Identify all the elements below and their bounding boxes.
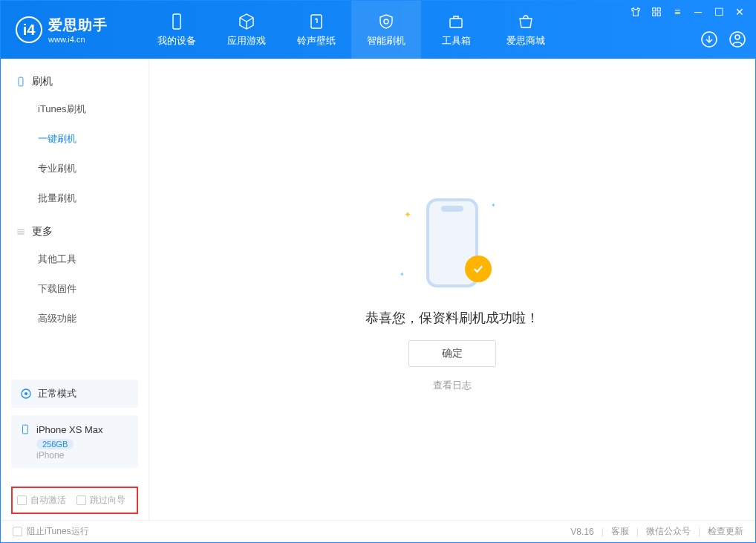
- svg-point-15: [25, 392, 27, 395]
- phone-icon: [16, 77, 26, 87]
- highlighted-options-box: 自动激活 跳过向导: [11, 487, 138, 514]
- refresh-shield-icon: [377, 12, 395, 31]
- nav-label: 铃声壁纸: [297, 34, 336, 48]
- user-icon[interactable]: [729, 30, 746, 51]
- maximize-icon[interactable]: ☐: [712, 5, 726, 19]
- device-type: iPhone: [36, 450, 129, 461]
- menu-icon[interactable]: ≡: [671, 5, 684, 19]
- support-link[interactable]: 客服: [611, 525, 629, 538]
- svg-rect-4: [657, 8, 660, 11]
- check-update-link[interactable]: 检查更新: [708, 525, 743, 538]
- grid-icon[interactable]: [650, 5, 663, 19]
- nav-label: 工具箱: [442, 34, 471, 48]
- side-head-label: 刷机: [32, 75, 53, 88]
- svg-rect-3: [653, 8, 656, 11]
- side-item-one-click-flash[interactable]: 一键刷机: [1, 124, 149, 154]
- nav-label: 应用游戏: [227, 34, 266, 48]
- device-mode-card[interactable]: 正常模式: [11, 380, 138, 408]
- sidebar: 刷机 iTunes刷机 一键刷机 专业刷机 批量刷机 更多 其他工具 下载固件 …: [1, 59, 149, 520]
- confirm-button[interactable]: 确定: [408, 340, 496, 367]
- phone-icon: [20, 423, 30, 436]
- side-item-download-firmware[interactable]: 下载固件: [1, 274, 149, 304]
- svg-rect-16: [23, 425, 28, 434]
- app-url: www.i4.cn: [48, 35, 108, 44]
- svg-rect-2: [450, 19, 462, 27]
- svg-point-9: [735, 35, 740, 39]
- music-file-icon: [307, 12, 325, 31]
- app-logo: i4 爱思助手 www.i4.cn: [1, 16, 142, 44]
- nav-label: 智能刷机: [367, 34, 405, 48]
- success-message: 恭喜您，保资料刷机成功啦！: [365, 309, 539, 327]
- svg-rect-10: [19, 77, 23, 86]
- svg-rect-1: [311, 15, 322, 28]
- checkbox-auto-activate[interactable]: 自动激活: [17, 494, 66, 507]
- side-item-pro-flash[interactable]: 专业刷机: [1, 154, 149, 183]
- shirt-icon[interactable]: [629, 5, 642, 19]
- nav-tab-my-device[interactable]: 我的设备: [142, 1, 212, 59]
- logo-icon: i4: [16, 16, 42, 43]
- side-head-label: 更多: [32, 225, 53, 238]
- app-body: 刷机 iTunes刷机 一键刷机 专业刷机 批量刷机 更多 其他工具 下载固件 …: [1, 59, 755, 520]
- mode-label: 正常模式: [38, 387, 76, 400]
- svg-rect-5: [653, 13, 656, 16]
- device-name: iPhone XS Max: [36, 424, 103, 435]
- nav-label: 我的设备: [157, 34, 196, 48]
- app-title: 爱思助手: [48, 16, 108, 35]
- check-badge-icon: [465, 256, 492, 282]
- nav-tab-store[interactable]: 爱思商城: [491, 1, 561, 59]
- app-header: i4 爱思助手 www.i4.cn 我的设备 应用游戏 铃声壁纸 智能刷机 工具…: [1, 1, 755, 59]
- device-icon: [168, 12, 186, 31]
- sparkle-icon: ✦: [404, 209, 411, 220]
- mode-icon: [20, 388, 32, 400]
- store-icon: [517, 12, 535, 31]
- side-section-more[interactable]: 更多: [1, 219, 149, 244]
- checkbox-icon: [17, 495, 27, 505]
- nav-tab-flash[interactable]: 智能刷机: [351, 1, 421, 59]
- side-section-flash[interactable]: 刷机: [1, 69, 149, 94]
- list-icon: [16, 227, 26, 237]
- nav-tab-apps[interactable]: 应用游戏: [212, 1, 281, 59]
- toolbox-icon: [447, 12, 465, 31]
- download-icon[interactable]: [700, 30, 718, 51]
- block-itunes-label[interactable]: 阻止iTunes运行: [27, 525, 89, 538]
- wechat-link[interactable]: 微信公众号: [646, 525, 691, 538]
- device-storage-badge: 256GB: [36, 439, 74, 449]
- view-log-link[interactable]: 查看日志: [433, 379, 472, 392]
- nav-tabs: 我的设备 应用游戏 铃声壁纸 智能刷机 工具箱 爱思商城: [142, 1, 561, 59]
- checkbox-icon[interactable]: [13, 527, 22, 536]
- nav-label: 爱思商城: [506, 34, 545, 48]
- version-label: V8.16: [570, 527, 593, 537]
- side-item-batch-flash[interactable]: 批量刷机: [1, 183, 149, 213]
- sparkle-icon: ✦: [491, 202, 496, 209]
- side-item-itunes-flash[interactable]: iTunes刷机: [1, 94, 149, 124]
- minimize-icon[interactable]: ─: [691, 5, 705, 19]
- svg-rect-6: [657, 13, 660, 16]
- side-item-advanced[interactable]: 高级功能: [1, 304, 149, 334]
- close-icon[interactable]: ✕: [733, 5, 746, 19]
- checkbox-skip-guide[interactable]: 跳过向导: [76, 494, 126, 507]
- checkbox-label: 跳过向导: [90, 494, 126, 507]
- success-illustration: ✦ ✦ ✦: [397, 187, 508, 299]
- cube-icon: [238, 12, 255, 31]
- device-info-card[interactable]: iPhone XS Max 256GB iPhone: [11, 415, 138, 468]
- nav-tab-ringtones[interactable]: 铃声壁纸: [281, 1, 351, 59]
- sparkle-icon: ✦: [400, 271, 405, 278]
- window-controls: ≡ ─ ☐ ✕: [629, 5, 746, 19]
- status-bar: 阻止iTunes运行 V8.16 | 客服 | 微信公众号 | 检查更新: [1, 520, 755, 542]
- nav-tab-toolbox[interactable]: 工具箱: [421, 1, 491, 59]
- checkbox-icon: [76, 495, 86, 505]
- checkbox-label: 自动激活: [30, 494, 66, 507]
- main-content: ✦ ✦ ✦ 恭喜您，保资料刷机成功啦！ 确定 查看日志: [149, 59, 755, 520]
- svg-rect-0: [173, 14, 180, 29]
- side-item-other-tools[interactable]: 其他工具: [1, 244, 149, 274]
